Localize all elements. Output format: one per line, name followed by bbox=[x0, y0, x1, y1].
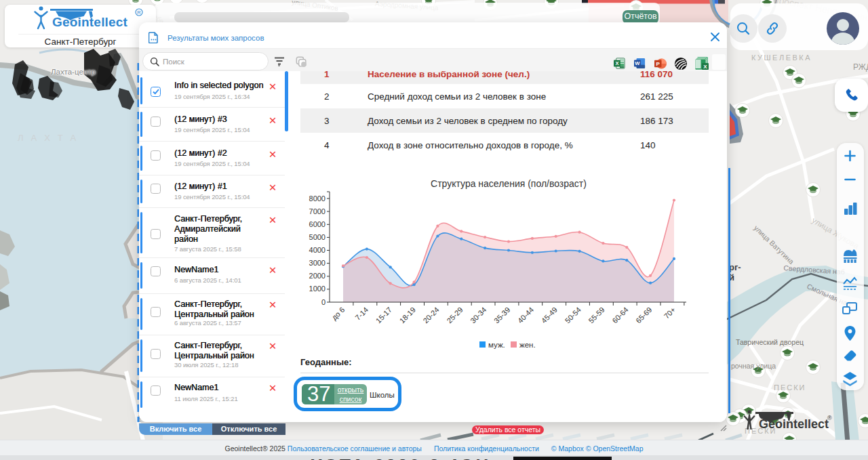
svg-text:45-49: 45-49 bbox=[540, 306, 559, 325]
svg-text:18-19: 18-19 bbox=[398, 306, 417, 325]
svg-text:Geointellect: Geointellect bbox=[52, 15, 128, 29]
svg-text:P: P bbox=[656, 61, 660, 67]
svg-text:40-44: 40-44 bbox=[516, 306, 535, 325]
svg-text:0: 0 bbox=[321, 298, 326, 306]
svg-text:3000: 3000 bbox=[309, 259, 326, 267]
svg-text:Структура населения (пол/возра: Структура населения (пол/возраст) bbox=[431, 178, 587, 189]
svg-text:50-54: 50-54 bbox=[564, 306, 583, 325]
svg-text:65-69: 65-69 bbox=[634, 306, 653, 325]
svg-text:1000: 1000 bbox=[309, 285, 326, 293]
svg-text:70+: 70+ bbox=[663, 306, 677, 320]
svg-text:до 6: до 6 bbox=[330, 306, 347, 322]
svg-text:X: X bbox=[615, 60, 618, 66]
svg-text:4000: 4000 bbox=[309, 246, 326, 254]
svg-text:25-29: 25-29 bbox=[445, 306, 464, 325]
svg-text:X: X bbox=[703, 64, 707, 70]
svg-text:W: W bbox=[635, 60, 640, 66]
svg-text:60-64: 60-64 bbox=[610, 306, 629, 325]
svg-text:8000: 8000 bbox=[309, 194, 326, 203]
svg-text:5000: 5000 bbox=[309, 233, 326, 241]
svg-text:муж.: муж. bbox=[488, 341, 505, 349]
svg-text:55-59: 55-59 bbox=[587, 306, 606, 325]
svg-text:®: ® bbox=[827, 415, 832, 421]
svg-text:30-34: 30-34 bbox=[469, 306, 488, 325]
svg-text:жен.: жен. bbox=[519, 341, 536, 349]
svg-text:15-17: 15-17 bbox=[374, 306, 393, 325]
svg-text:Geointellect: Geointellect bbox=[759, 417, 829, 431]
svg-text:20-24: 20-24 bbox=[421, 306, 440, 325]
svg-text:7-14: 7-14 bbox=[353, 306, 370, 322]
svg-text:2000: 2000 bbox=[309, 272, 326, 280]
svg-text:R: R bbox=[137, 9, 141, 16]
svg-text:6000: 6000 bbox=[309, 220, 326, 228]
svg-text:7000: 7000 bbox=[309, 207, 326, 215]
svg-text:35-39: 35-39 bbox=[492, 306, 511, 325]
